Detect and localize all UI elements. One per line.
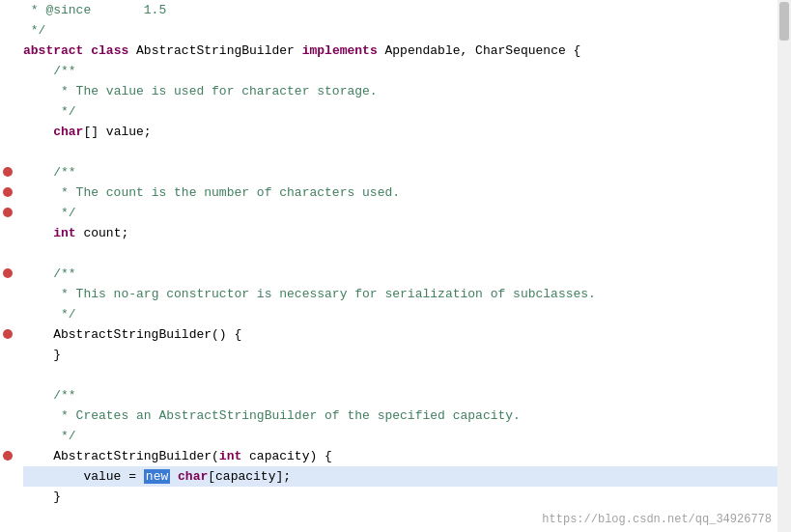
scrollbar-thumb[interactable] xyxy=(779,2,789,41)
code-line: */ xyxy=(23,20,777,41)
code-line: * This no-arg constructor is necessary f… xyxy=(23,284,777,304)
code-line: * Creates an AbstractStringBuilder of th… xyxy=(23,406,777,426)
code-line: } xyxy=(23,487,777,507)
code-line: * The count is the number of characters … xyxy=(23,182,777,203)
breakpoint-indicator xyxy=(3,167,13,177)
code-line xyxy=(23,365,777,385)
breakpoint-indicator xyxy=(3,329,13,339)
code-line: */ xyxy=(23,426,777,446)
breakpoint-indicator xyxy=(3,208,13,217)
code-line: char[] value; xyxy=(23,122,777,142)
code-line xyxy=(23,243,777,264)
code-line: /** xyxy=(23,385,777,406)
code-line: */ xyxy=(23,101,777,122)
code-line xyxy=(23,142,777,162)
breakpoint-indicator xyxy=(3,268,13,278)
code-content[interactable]: * @since 1.5 */abstract class AbstractSt… xyxy=(17,0,777,532)
breakpoint-indicator xyxy=(3,187,13,197)
breakpoint-indicator xyxy=(3,451,13,461)
code-line: AbstractStringBuilder(int capacity) { xyxy=(23,446,777,466)
code-line: /** xyxy=(23,162,777,182)
code-line: /** xyxy=(23,264,777,284)
code-line: /** xyxy=(23,61,777,81)
code-line: */ xyxy=(23,203,777,223)
code-line: value = new char[capacity]; xyxy=(23,466,777,487)
code-line: } xyxy=(23,345,777,365)
code-line: * @since 1.5 xyxy=(23,0,777,20)
breakpoint-gutter xyxy=(0,0,17,532)
code-line: * The value is used for character storag… xyxy=(23,81,777,101)
code-line: */ xyxy=(23,304,777,324)
code-line: abstract class AbstractStringBuilder imp… xyxy=(23,41,777,61)
code-line: int count; xyxy=(23,223,777,243)
scrollbar[interactable] xyxy=(777,0,791,532)
code-editor: * @since 1.5 */abstract class AbstractSt… xyxy=(0,0,791,532)
code-line: AbstractStringBuilder() { xyxy=(23,324,777,345)
watermark: https://blog.csdn.net/qq_34926778 xyxy=(542,513,772,526)
